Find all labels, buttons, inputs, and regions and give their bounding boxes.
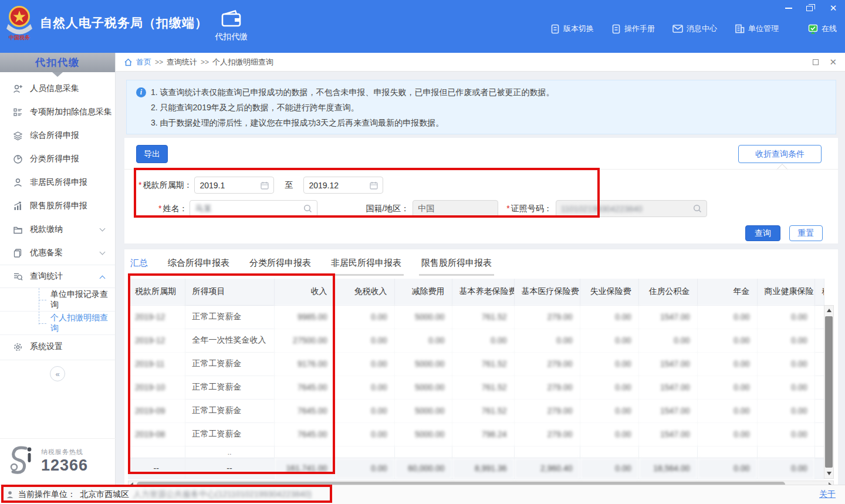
menu-message-center[interactable]: 消息中心 bbox=[672, 23, 717, 34]
sidebar-item-classified-income[interactable]: 分类所得申报 bbox=[0, 147, 115, 171]
layers-icon bbox=[13, 131, 23, 141]
notice-line: 3. 由于数据处理的滞后性，建议您在申报成功3天之后再来查询最新的申报数据。 bbox=[151, 118, 444, 128]
result-tab-3[interactable]: 非居民所得申报表 bbox=[329, 256, 404, 276]
id-number-label: *证照号码： bbox=[506, 204, 552, 214]
table-cell: 279.00 bbox=[514, 305, 580, 329]
sidebar-item-label: 分类所得申报 bbox=[30, 154, 79, 164]
sidebar-item-query-statistics[interactable]: 查询统计 bbox=[0, 265, 115, 288]
tax-emblem-logo: 中国税务 bbox=[6, 5, 33, 41]
table-summary-row: ----161,741.000.0060,000.008,991.362,960… bbox=[128, 458, 824, 479]
export-button[interactable]: 导出 bbox=[136, 145, 168, 163]
table-cell bbox=[814, 399, 824, 422]
menu-version-switch[interactable]: 版本切换 bbox=[550, 23, 594, 34]
table-cell: 5000.00 bbox=[394, 376, 452, 399]
gear-icon bbox=[13, 342, 23, 352]
table-cell: 7645.00 bbox=[274, 399, 334, 422]
result-tab-1[interactable]: 综合所得申报表 bbox=[165, 256, 232, 276]
scroll-up-icon[interactable] bbox=[824, 306, 833, 315]
sidebar-item-preferential-filing[interactable]: 优惠备案 bbox=[0, 241, 115, 265]
table-cell: 9176.00 bbox=[274, 352, 334, 376]
column-header: 所得项目 bbox=[185, 279, 274, 305]
table-cell: 0.00 bbox=[452, 329, 514, 352]
toolbar: 导出 收折查询条件 bbox=[124, 138, 838, 169]
calendar-icon[interactable] bbox=[261, 181, 269, 190]
table-cell: 2019-11 bbox=[128, 352, 185, 376]
table-cell: 1547.00 bbox=[638, 376, 697, 399]
notice-box: i 1. 该查询统计表仅能查询已申报成功的数据，不包含未申报、申报失败，已申报但… bbox=[126, 80, 836, 134]
result-tab-0[interactable]: 汇总 bbox=[128, 256, 150, 276]
result-tab-4[interactable]: 限售股所得申报表 bbox=[419, 256, 494, 276]
sidebar-item-label: 人员信息采集 bbox=[30, 83, 79, 94]
table-row[interactable]: 2019-09正常工资薪金7645.000.005000.00761.52279… bbox=[128, 399, 824, 422]
table-cell: 0.00 bbox=[580, 352, 638, 376]
breadcrumb-level1: 查询统计 bbox=[167, 57, 197, 67]
pane-restore-icon[interactable] bbox=[813, 59, 819, 65]
table-row[interactable]: 2019-12全年一次性奖金收入27500.000.000.000.000.00… bbox=[128, 329, 824, 352]
table-row[interactable]: 2019-11正常工资薪金9176.000.005000.00761.52279… bbox=[128, 352, 824, 376]
table-cell: 0.00 bbox=[580, 305, 638, 329]
sidebar-item-restricted-shares[interactable]: 限售股所得申报 bbox=[0, 194, 115, 218]
menu-unit-management[interactable]: 单位管理 bbox=[735, 23, 779, 34]
nationality-value: 中国 bbox=[418, 204, 493, 214]
table-cell: 0.00 bbox=[757, 399, 814, 422]
table-cell: 1547.00 bbox=[638, 352, 697, 376]
sidebar-subitem-personal-withholding-query[interactable]: 个人扣缴明细查询 bbox=[0, 312, 115, 335]
person-add-icon bbox=[13, 84, 23, 94]
sidebar-item-special-deduction[interactable]: 专项附加扣除信息采集 bbox=[0, 100, 115, 124]
column-header: 收入 bbox=[274, 279, 334, 305]
query-button[interactable]: 查询 bbox=[745, 225, 780, 241]
table-cell bbox=[452, 446, 514, 458]
menu-label: 在线 bbox=[822, 23, 837, 34]
table-cell: 5000.00 bbox=[394, 399, 452, 422]
reset-button[interactable]: 重置 bbox=[789, 225, 823, 241]
search-icon[interactable] bbox=[303, 204, 312, 213]
folder-icon bbox=[13, 225, 23, 235]
table-cell: 279.00 bbox=[514, 399, 580, 422]
vertical-scrollbar[interactable] bbox=[824, 305, 834, 479]
table-row[interactable]: 2019-12正常工资薪金9985.000.005000.00761.52279… bbox=[128, 305, 824, 329]
sidebar-item-label: 税款缴纳 bbox=[30, 224, 63, 235]
about-link[interactable]: 关于 bbox=[819, 489, 836, 500]
table-row[interactable]: 2019-08正常工资薪金7645.000.005000.00798.24279… bbox=[128, 422, 824, 446]
collapse-query-button[interactable]: 收折查询条件 bbox=[738, 145, 822, 163]
sidebar-collapse-button[interactable]: « bbox=[50, 366, 65, 381]
mail-icon bbox=[672, 25, 683, 33]
sidebar-item-comprehensive-income[interactable]: 综合所得申报 bbox=[0, 124, 115, 147]
chevron-up-icon bbox=[100, 276, 106, 282]
sidebar-cap: 代扣代缴 bbox=[0, 53, 115, 72]
sidebar-item-nonresident-income[interactable]: 非居民所得申报 bbox=[0, 171, 115, 194]
menu-manual[interactable]: 操作手册 bbox=[611, 23, 655, 34]
result-tab-2[interactable]: 分类所得申报表 bbox=[247, 256, 313, 276]
period-from-input[interactable]: 2019.1 bbox=[194, 177, 274, 194]
restore-icon[interactable] bbox=[806, 4, 816, 13]
sidebar-item-label: 系统设置 bbox=[30, 341, 63, 352]
online-status[interactable]: 在线 bbox=[808, 23, 837, 34]
tab-withholding[interactable]: 代扣代缴 bbox=[207, 9, 256, 42]
table-cell bbox=[274, 446, 334, 458]
calendar-icon[interactable] bbox=[370, 181, 378, 190]
sidebar-item-tax-payment[interactable]: 税款缴纳 bbox=[0, 218, 115, 241]
table-cell: 0.00 bbox=[757, 305, 814, 329]
id-number-value: 110102199304223840 bbox=[561, 204, 693, 214]
close-icon[interactable]: ✕ bbox=[829, 4, 838, 13]
minimize-icon[interactable] bbox=[784, 4, 793, 13]
sidebar-item-system-settings[interactable]: 系统设置 bbox=[0, 335, 115, 358]
breadcrumb-level2: 个人扣缴明细查询 bbox=[212, 57, 273, 67]
table-cell: 7645.00 bbox=[274, 376, 334, 399]
query-panel: 导出 收折查询条件 *税款所属期： 2019.1 至 2019.12 *姓名： bbox=[124, 138, 838, 243]
table-cell: 0.00 bbox=[394, 329, 452, 352]
sidebar-item-personnel-info[interactable]: 人员信息采集 bbox=[0, 77, 115, 100]
name-input[interactable]: 马某 bbox=[190, 200, 317, 217]
table-cell: 0.00 bbox=[580, 422, 638, 446]
operating-unit-prefix: 当前操作单位： bbox=[18, 489, 76, 500]
breadcrumb-home[interactable]: 首页 bbox=[136, 57, 151, 67]
pane-close-icon[interactable]: ✕ bbox=[829, 57, 837, 66]
scroll-down-icon[interactable] bbox=[824, 469, 833, 478]
period-to-label: 至 bbox=[285, 180, 293, 191]
sidebar-subitem-unit-declaration-query[interactable]: 单位申报记录查询 bbox=[0, 288, 115, 312]
search-icon[interactable] bbox=[693, 204, 702, 213]
vertical-scroll-thumb[interactable] bbox=[825, 316, 833, 468]
sidebar: 代扣代缴 人员信息采集 专项附加扣除信息采集 综合所得申报 分类所得申报 非居民… bbox=[0, 53, 116, 485]
table-row[interactable]: 2019-10正常工资薪金7645.000.005000.00761.52279… bbox=[128, 376, 824, 399]
period-to-input[interactable]: 2019.12 bbox=[303, 177, 383, 194]
